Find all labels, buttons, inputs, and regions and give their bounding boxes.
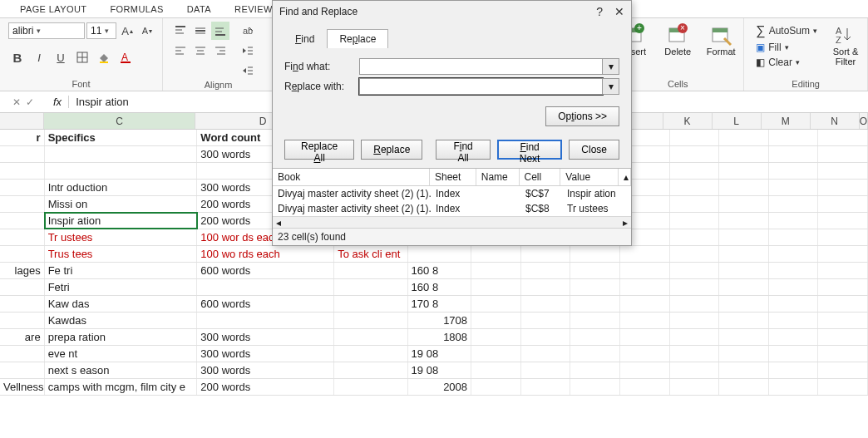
cell[interactable] [0, 180, 45, 195]
cell[interactable] [769, 180, 819, 195]
cell[interactable] [620, 313, 670, 328]
cell[interactable] [197, 279, 334, 295]
cell[interactable] [818, 180, 868, 195]
border-button[interactable] [73, 48, 91, 66]
results-scroll-h[interactable]: ◂ ▸ [273, 216, 631, 228]
cell[interactable] [521, 346, 571, 362]
cell[interactable] [719, 263, 769, 278]
cell[interactable] [521, 379, 571, 395]
results-col-name[interactable]: Name [476, 169, 520, 185]
cell[interactable] [719, 130, 769, 145]
font-color-button[interactable]: A [116, 48, 135, 66]
cell[interactable] [719, 180, 769, 195]
replace-with-input[interactable] [359, 78, 603, 95]
cell[interactable] [334, 279, 407, 295]
cell[interactable]: 19 08 [408, 346, 471, 362]
cell[interactable] [45, 163, 198, 179]
cell[interactable] [334, 313, 407, 328]
cell[interactable] [670, 229, 720, 245]
cell[interactable]: 1808 [408, 329, 471, 345]
cell[interactable] [818, 213, 868, 229]
cell[interactable] [818, 379, 868, 395]
cell[interactable] [818, 329, 868, 345]
cell[interactable]: 160 8 [408, 279, 471, 295]
cell[interactable] [620, 263, 670, 278]
tab-replace[interactable]: Replace [327, 29, 388, 48]
cell[interactable] [620, 246, 670, 262]
cell[interactable] [45, 146, 198, 162]
fx-label[interactable]: fx [47, 96, 69, 108]
cell[interactable] [0, 146, 45, 162]
cell[interactable]: 1708 [408, 313, 471, 328]
results-scroll-up[interactable]: ▴ [619, 169, 631, 185]
font-family-select[interactable]: alibri [8, 22, 85, 39]
cell[interactable] [471, 346, 521, 362]
cell[interactable] [334, 263, 407, 278]
cell[interactable]: Inspir ation [45, 213, 198, 229]
close-icon[interactable]: ✕ [614, 5, 624, 18]
cell[interactable] [620, 346, 670, 362]
scroll-left-icon[interactable]: ◂ [273, 217, 284, 229]
cell[interactable] [570, 379, 620, 395]
cell[interactable] [471, 362, 521, 378]
cell[interactable] [719, 246, 769, 262]
cell[interactable] [670, 362, 720, 378]
cell[interactable] [0, 229, 45, 245]
cell[interactable] [719, 329, 769, 345]
cell[interactable] [818, 246, 868, 262]
cell[interactable] [670, 296, 720, 312]
tab-page-layout[interactable]: PAGE LAYOUT [8, 4, 98, 14]
cell[interactable] [818, 296, 868, 312]
increase-indent-button[interactable] [238, 62, 258, 80]
cell[interactable] [521, 313, 571, 328]
cell[interactable] [719, 146, 769, 162]
align-top-button[interactable] [171, 22, 190, 40]
autosum-button[interactable]: ∑AutoSum▾ [756, 23, 817, 38]
decrease-indent-button[interactable] [238, 42, 258, 60]
cell[interactable]: eve nt [45, 346, 198, 362]
cell[interactable] [670, 329, 720, 345]
result-row[interactable]: Divyaj master activity sheet (2) (1).xls… [273, 201, 631, 216]
tab-formulas[interactable]: FORMULAS [98, 4, 175, 14]
cell[interactable] [769, 196, 819, 212]
cell[interactable] [670, 213, 720, 229]
cell[interactable] [521, 329, 571, 345]
cell[interactable]: Fetri [45, 279, 198, 295]
cell[interactable] [334, 346, 407, 362]
cell[interactable] [471, 313, 521, 328]
colhdr-m[interactable]: M [762, 113, 811, 129]
cell[interactable] [818, 163, 868, 179]
cell[interactable] [769, 296, 819, 312]
cell[interactable] [670, 263, 720, 278]
colhdr-n[interactable]: N [811, 113, 860, 129]
sort-filter-button[interactable]: AZ Sort & Filter [829, 18, 862, 66]
cell[interactable] [0, 346, 45, 362]
cell[interactable] [570, 296, 620, 312]
format-button[interactable]: Format [702, 18, 740, 57]
cell[interactable] [719, 279, 769, 295]
align-bottom-button[interactable] [211, 22, 229, 40]
cell[interactable] [670, 196, 720, 212]
cell[interactable] [620, 296, 670, 312]
cell[interactable] [471, 329, 521, 345]
colhdr-c[interactable]: C [44, 113, 195, 129]
cell[interactable] [471, 379, 521, 395]
results-col-book[interactable]: Book [273, 169, 430, 185]
cell[interactable]: Trus tees [45, 246, 198, 262]
options-button[interactable]: Options >> [545, 106, 619, 126]
cell[interactable] [670, 313, 720, 328]
cell[interactable] [570, 362, 620, 378]
cell[interactable]: camps with mcgm, film city e [45, 379, 198, 395]
cell[interactable] [670, 279, 720, 295]
colhdr-o[interactable]: O [860, 113, 868, 129]
cell[interactable]: 200 words [197, 379, 334, 395]
orientation-button[interactable]: ab [238, 22, 258, 40]
cell[interactable] [670, 379, 720, 395]
cell[interactable] [570, 313, 620, 328]
cell[interactable]: 600 words [197, 263, 334, 278]
tab-data[interactable]: DATA [175, 4, 223, 14]
cell[interactable] [719, 213, 769, 229]
cell[interactable] [818, 263, 868, 278]
cell[interactable] [769, 379, 819, 395]
cell[interactable] [620, 279, 670, 295]
